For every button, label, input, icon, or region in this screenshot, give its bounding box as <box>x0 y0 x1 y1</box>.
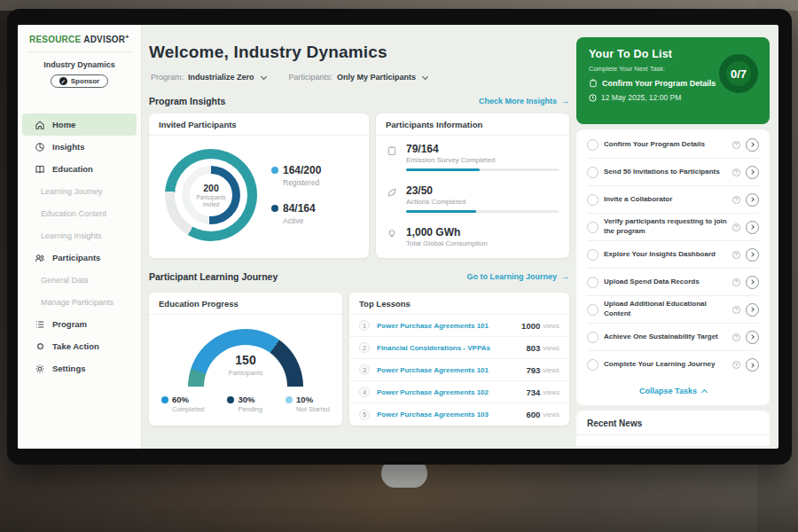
sidebar-item-participants[interactable]: Participants <box>22 246 137 269</box>
legend-item-not-started: 10% Not Started <box>286 395 330 413</box>
help-icon[interactable] <box>732 306 740 314</box>
help-icon[interactable] <box>732 333 740 341</box>
task-checkbox[interactable] <box>587 167 598 178</box>
sponsor-badge[interactable]: Sponsor <box>51 74 108 88</box>
task-checkbox[interactable] <box>587 249 598 261</box>
help-icon[interactable] <box>732 361 740 369</box>
sidebar-item-label: Home <box>52 120 75 129</box>
task-open-button[interactable] <box>746 248 759 262</box>
sidebar-item-settings[interactable]: Settings <box>22 357 137 379</box>
program-insights-title: Program Insights <box>149 96 225 106</box>
legend-item-pending: 30% Pending <box>227 395 262 413</box>
legend-item-active: 84/164 Active <box>271 202 321 225</box>
help-icon[interactable] <box>732 223 740 231</box>
task-checkbox[interactable] <box>587 222 598 233</box>
invited-legend: 164/200 Registered 84/164 Active <box>271 164 321 240</box>
education-legend: 60% Completed 30% Pending 10% Not Starte… <box>149 387 342 413</box>
sidebar-item-label: Program <box>52 319 87 329</box>
task-checkbox[interactable] <box>587 139 598 151</box>
chevron-right-icon <box>749 224 755 230</box>
help-icon[interactable] <box>732 278 740 286</box>
participants-information-card: Participants Information 79/164 Emission… <box>376 113 569 258</box>
task-checkbox[interactable] <box>587 277 598 288</box>
education-progress-card-title: Education Progress <box>149 293 342 315</box>
sidebar-item-label: Insights <box>52 142 84 152</box>
monitor-bezel: RESOURCEADVISOR+ Industry Dynamics Spons… <box>7 9 792 465</box>
sidebar-item-learning-journey[interactable]: Learning Journey <box>18 180 141 202</box>
task-open-button[interactable] <box>746 221 759 234</box>
program-list-icon <box>35 319 45 330</box>
lesson-link[interactable]: Power Purchase Agreements 103 <box>377 411 526 419</box>
sidebar-item-education[interactable]: Education <box>22 158 137 180</box>
sidebar-item-general-data[interactable]: General Data <box>18 269 141 291</box>
lesson-link[interactable]: Power Purchase Agreements 101 <box>377 366 526 374</box>
task-checkbox[interactable] <box>587 304 598 316</box>
survey-clipboard-icon <box>387 145 397 156</box>
participants-information-card-title: Participants Information <box>376 113 569 136</box>
lesson-rank-badge: 1 <box>359 320 370 331</box>
task-row: Send 50 Invitations to Participants <box>587 159 759 186</box>
education-book-icon <box>35 164 45 175</box>
sponsor-icon <box>59 77 67 85</box>
todo-header-card: Your To Do List Complete Your Next Task:… <box>576 37 770 124</box>
participants-filter-value: Only My Participants <box>337 73 416 82</box>
learning-journey-section-header: Participant Learning Journey Go to Learn… <box>149 271 569 282</box>
task-checkbox[interactable] <box>587 332 598 343</box>
legend-dot-completed <box>161 396 168 403</box>
sidebar-nav: Home Insights Education Learning Journey… <box>18 113 141 379</box>
task-row: Explore Your Insights Dashboard <box>587 241 759 269</box>
help-icon[interactable] <box>732 196 740 204</box>
org-name: Industry Dynamics <box>18 60 141 69</box>
app-logo: RESOURCEADVISOR+ <box>18 25 141 44</box>
sidebar-item-education-content[interactable]: Education Content <box>18 202 141 224</box>
lesson-link[interactable]: Power Purchase Agreements 101 <box>377 322 521 330</box>
task-open-button[interactable] <box>746 193 759 207</box>
sidebar-item-program[interactable]: Program <box>22 313 137 335</box>
participants-filter-label: Participants: <box>289 73 333 82</box>
sidebar-item-manage-participants[interactable]: Manage Participants <box>18 291 141 313</box>
sidebar-item-insights[interactable]: Insights <box>22 136 137 158</box>
collapse-tasks-button[interactable]: Collapse Tasks <box>587 379 759 403</box>
task-open-button[interactable] <box>746 303 759 317</box>
check-more-insights-link[interactable]: Check More Insights <box>479 97 569 106</box>
task-open-button[interactable] <box>746 331 759 344</box>
go-to-learning-journey-link[interactable]: Go to Learning Journey <box>466 272 569 281</box>
legend-dot-registered <box>271 167 278 174</box>
task-row: Upload Additional Educational Content <box>587 296 759 324</box>
task-open-button[interactable] <box>746 166 759 179</box>
learning-journey-title: Participant Learning Journey <box>149 271 278 282</box>
recent-news-title: Recent News <box>576 411 770 435</box>
invited-center-value: 200 <box>203 183 219 193</box>
invited-center-label: Participants Invited <box>193 194 229 208</box>
sidebar-item-home[interactable]: Home <box>22 113 137 136</box>
settings-gear-icon <box>35 364 45 374</box>
sidebar-item-label: Education <box>52 164 93 174</box>
help-icon[interactable] <box>732 168 740 176</box>
lesson-link[interactable]: Power Purchase Agreements 102 <box>377 388 526 396</box>
lesson-link[interactable]: Financial Considerations - VPPAs <box>377 344 526 352</box>
actions-progress-track <box>406 210 559 213</box>
program-filter[interactable]: Program: Industrialize Zero <box>151 73 266 82</box>
lesson-row: 1 Power Purchase Agreements 101 1000view… <box>349 315 569 337</box>
invited-participants-card-title: Invited Participants <box>149 113 369 136</box>
logo-plus: + <box>125 34 129 40</box>
chevron-down-icon <box>260 73 266 79</box>
chevron-right-icon <box>749 334 755 340</box>
participants-filter[interactable]: Participants: Only My Participants <box>289 73 428 82</box>
task-checkbox[interactable] <box>587 359 598 371</box>
clipboard-icon <box>589 79 598 88</box>
sidebar-item-learning-insights[interactable]: Learning Insights <box>18 224 141 246</box>
help-icon[interactable] <box>732 141 740 149</box>
chevron-right-icon <box>749 307 755 312</box>
sidebar-item-take-action[interactable]: Take Action <box>22 335 137 357</box>
task-open-button[interactable] <box>746 138 759 152</box>
sidebar: RESOURCEADVISOR+ Industry Dynamics Spons… <box>18 25 142 449</box>
lesson-row: 4 Power Purchase Agreements 102 734views <box>349 381 569 403</box>
task-open-button[interactable] <box>746 358 759 372</box>
chevron-right-icon <box>749 197 755 202</box>
todo-datetime: 12 May 2025, 12:00 PM <box>589 93 757 102</box>
help-icon[interactable] <box>732 251 740 259</box>
task-checkbox[interactable] <box>587 194 598 206</box>
task-open-button[interactable] <box>746 276 759 289</box>
lesson-rank-badge: 3 <box>359 364 370 375</box>
